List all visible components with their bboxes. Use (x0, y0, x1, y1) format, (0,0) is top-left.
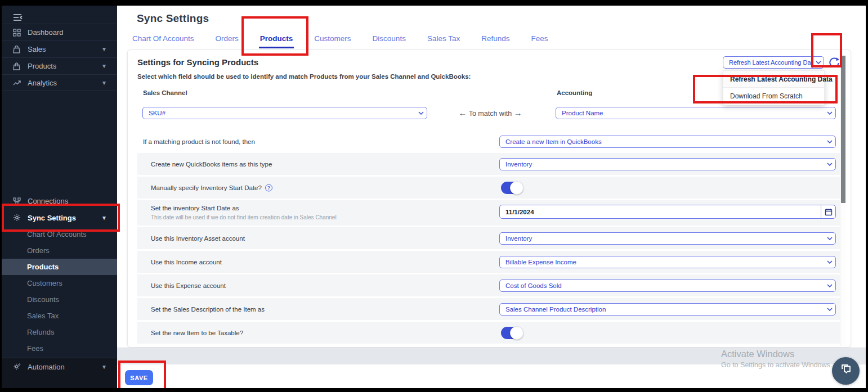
tab-label: Chart Of Accounts (132, 34, 194, 43)
taxable-toggle[interactable] (501, 327, 521, 339)
settings-row-manual-start-date: Manually specify Inventory Start Date? ? (137, 177, 843, 199)
row-label: Use this Inventory Asset account (151, 235, 245, 242)
panel-heading: Settings for Syncing Products (137, 57, 258, 67)
sidebar-item-label: Analytics (28, 79, 57, 87)
tab-sales-tax[interactable]: Sales Tax (427, 33, 460, 46)
activate-windows-subtext: Go to Settings to activate Windows. (721, 361, 832, 369)
sidebar-item-label: Connections (28, 197, 68, 205)
sidebar-item-label: Sales (28, 45, 46, 53)
scrollbar[interactable] (840, 51, 845, 346)
app-window: Dashboard Sales ▼ Products ▼ Analytics ▼… (0, 0, 868, 392)
tab-refunds[interactable]: Refunds (481, 33, 509, 46)
row-label-group: Set the inventory Start Date as This dat… (151, 205, 337, 220)
chevron-down-icon: ▼ (101, 215, 107, 221)
toggle-knob (510, 326, 524, 340)
sidebar-item-sync-settings[interactable]: Sync Settings ▼ (2, 209, 117, 226)
panel-subheading: Select which field should be used to ide… (137, 73, 471, 80)
sidebar-item-sales[interactable]: Sales ▼ (2, 40, 117, 57)
page-title: Sync Settings (137, 12, 209, 25)
sidebar-subitem-fees[interactable]: Fees (2, 340, 117, 357)
chevron-down-icon: ▼ (101, 80, 107, 86)
sidebar-subitem-products[interactable]: Products (2, 259, 117, 275)
sidebar-item-automation[interactable]: Automation ▼ (2, 358, 117, 375)
sidebar-item-label: Dashboard (28, 28, 64, 37)
sidebar-subitem-refunds[interactable]: Refunds (2, 324, 117, 340)
subitem-label: Customers (27, 279, 62, 287)
sidebar-subitem-discounts[interactable]: Discounts (2, 291, 117, 308)
sidebar-item-label: Products (28, 62, 56, 70)
chevron-down-icon (824, 140, 835, 143)
start-date-value: 11/1/2024 (500, 209, 821, 215)
accounting-field-select[interactable]: Product Name (556, 107, 836, 119)
row-label: Use this Income account (151, 259, 222, 265)
sidebar-item-analytics[interactable]: Analytics ▼ (2, 74, 117, 91)
asset-account-select[interactable]: Inventory (499, 232, 836, 245)
expense-account-select[interactable]: Cost of Goods Sold (499, 280, 836, 292)
menu-item-download-from-scratch[interactable]: Download From Scratch (723, 88, 824, 105)
row-label: Set the inventory Start Date as (151, 205, 337, 211)
chevron-down-icon (824, 284, 835, 287)
sidebar-item-dashboard[interactable]: Dashboard (2, 24, 117, 40)
sales-description-select[interactable]: Sales Channel Product Description (499, 303, 836, 316)
dashboard-icon (13, 29, 22, 37)
subitem-label: Orders (27, 246, 50, 255)
tab-chart-of-accounts[interactable]: Chart Of Accounts (132, 33, 194, 46)
sidebar-subitem-customers[interactable]: Customers (2, 275, 117, 291)
row-select-value: Billable Expense Income (500, 259, 824, 265)
sidebar-subitem-chart-of-accounts[interactable]: Chart Of Accounts (2, 226, 117, 242)
row-label: Use this Expense account (151, 282, 226, 289)
refresh-icon[interactable] (828, 57, 840, 69)
tab-customers[interactable]: Customers (314, 33, 351, 46)
sidebar-subitem-orders[interactable]: Orders (2, 242, 117, 259)
connections-icon (13, 197, 22, 205)
tab-label: Discounts (373, 34, 406, 43)
automation-icon (13, 363, 22, 371)
start-date-input[interactable]: 11/1/2024 (499, 205, 836, 219)
calendar-icon[interactable] (821, 205, 835, 218)
sidebar-item-products[interactable]: Products ▼ (2, 57, 117, 74)
chevron-down-icon (824, 237, 835, 240)
income-account-select[interactable]: Billable Expense Income (499, 256, 836, 268)
tab-fees[interactable]: Fees (531, 33, 548, 46)
save-button[interactable]: SAVE (125, 370, 153, 385)
row-label: Set the new Item to be Taxable? (151, 330, 243, 336)
menu-item-refresh-latest[interactable]: Refresh Latest Accounting Data (723, 71, 824, 88)
tab-products[interactable]: Products (260, 33, 293, 46)
matching-fallback-select[interactable]: Create a new Item in QuickBooks (499, 136, 836, 148)
sidebar-subitem-sales-tax[interactable]: Sales Tax (2, 308, 117, 324)
refresh-data-dropdown[interactable]: Refresh Latest Accounting Data (723, 56, 824, 69)
subitem-label: Refunds (27, 328, 54, 336)
box-icon (13, 62, 22, 70)
help-icon[interactable]: ? (265, 184, 272, 191)
chevron-down-icon (415, 111, 427, 115)
settings-row-start-date: Set the inventory Start Date as This dat… (137, 200, 843, 226)
tab-discounts[interactable]: Discounts (373, 33, 406, 46)
chevron-down-icon (812, 57, 824, 68)
manual-start-date-toggle[interactable] (501, 182, 521, 194)
accounting-label: Accounting (557, 89, 592, 96)
scrollbar-thumb[interactable] (841, 56, 845, 203)
collapse-sidebar-icon[interactable] (13, 13, 23, 24)
sidebar-item-label: Automation (28, 363, 65, 371)
to-match-with-text: To match with (469, 110, 512, 118)
right-arrow-icon: → (514, 108, 522, 118)
item-type-select[interactable]: Inventory (499, 158, 836, 170)
to-match-with-note: ← To match with → (452, 108, 529, 118)
toggle-knob (510, 181, 524, 195)
sales-channel-field-select[interactable]: SKU# (142, 107, 427, 119)
sidebar: Dashboard Sales ▼ Products ▼ Analytics ▼… (2, 6, 117, 388)
settings-row-asset-account: Use this Inventory Asset account Invento… (137, 227, 843, 249)
subitem-label: Fees (27, 344, 43, 353)
chat-icon (839, 363, 853, 379)
tab-label: Fees (531, 34, 548, 43)
settings-panel: Refresh Latest Accounting Data Refresh L… (127, 49, 851, 348)
tab-orders[interactable]: Orders (216, 33, 239, 46)
sidebar-item-connections[interactable]: Connections (2, 193, 117, 209)
row-label: If a matching product is not found, then (143, 138, 255, 145)
tab-label: Customers (314, 34, 351, 43)
row-label: Manually specify Inventory Start Date? ? (151, 184, 272, 191)
chat-button[interactable] (832, 357, 860, 385)
row-select-value: Create a new Item in QuickBooks (500, 138, 824, 145)
refresh-dropdown-menu: Refresh Latest Accounting Data Download … (723, 70, 825, 105)
row-select-value: Cost of Goods Sold (500, 282, 824, 289)
